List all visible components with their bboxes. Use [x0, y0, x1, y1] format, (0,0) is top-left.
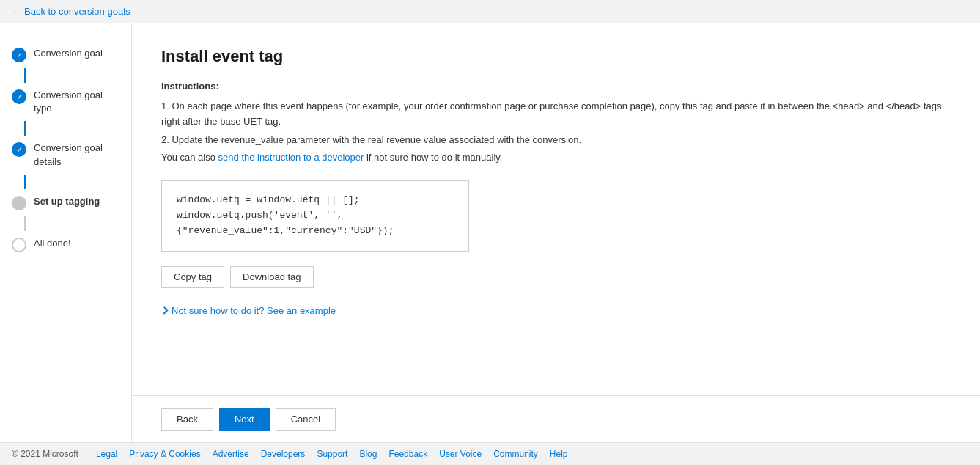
sidebar-item-conversion-goal-details: ✓ Conversion goal details	[0, 136, 131, 174]
arrow-left-icon: ←	[12, 6, 21, 17]
tag-buttons: Copy tag Download tag	[161, 266, 951, 288]
action-bar: Back Next Cancel	[132, 395, 980, 442]
expand-link-text: Not sure how to do it? See an example	[172, 305, 336, 316]
step2-icon: ✓	[12, 89, 26, 104]
footer-link-help[interactable]: Help	[550, 449, 568, 459]
footer-link-blog[interactable]: Blog	[359, 449, 377, 459]
send-instruction-link[interactable]: send the instruction to a developer	[218, 152, 364, 163]
instruction2: 2. Update the revenue_value parameter wi…	[161, 133, 951, 148]
step1-icon: ✓	[12, 48, 26, 62]
not-sure-link[interactable]: Not sure how to do it? See an example	[161, 305, 951, 316]
sidebar: ✓ Conversion goal ✓ Conversion goal type…	[0, 23, 132, 442]
sidebar-item-all-done: All done!	[0, 231, 131, 258]
footer-link-support[interactable]: Support	[317, 449, 347, 459]
step4-label: Set up tagging	[34, 195, 100, 208]
code-line2: window.uetq.push('event', '', {"revenue_…	[177, 208, 454, 239]
code-box: window.uetq = window.uetq || []; window.…	[161, 180, 469, 251]
step5-icon	[12, 238, 26, 252]
footer-link-developers[interactable]: Developers	[261, 449, 306, 459]
footer-link-feedback[interactable]: Feedback	[388, 449, 427, 459]
sidebar-item-conversion-goal: ✓ Conversion goal	[0, 41, 131, 68]
content-area: Install event tag Instructions: 1. On ea…	[132, 23, 980, 442]
step-connector-4	[24, 216, 26, 231]
step3-label: Conversion goal details	[34, 142, 119, 168]
page-title: Install event tag	[161, 47, 951, 66]
code-line1: window.uetq = window.uetq || [];	[177, 193, 454, 208]
step-connector-2	[24, 121, 26, 136]
cancel-button[interactable]: Cancel	[276, 408, 336, 431]
step4-icon	[12, 196, 26, 210]
step-connector-1	[24, 68, 26, 83]
footer-link-legal[interactable]: Legal	[96, 449, 117, 459]
chevron-right-icon	[160, 306, 168, 314]
step3-icon: ✓	[12, 142, 26, 157]
copy-tag-button[interactable]: Copy tag	[161, 266, 224, 288]
next-button[interactable]: Next	[219, 408, 270, 431]
back-to-conversion-goals-link[interactable]: ← Back to conversion goals	[12, 6, 130, 17]
step2-label: Conversion goal type	[34, 89, 119, 115]
footer: © 2021 Microsoft Legal Privacy & Cookies…	[0, 442, 980, 465]
step5-label: All done!	[34, 237, 71, 250]
download-tag-button[interactable]: Download tag	[230, 266, 314, 288]
step-connector-3	[24, 175, 26, 189]
content-scroll: Install event tag Instructions: 1. On ea…	[132, 23, 980, 395]
step1-label: Conversion goal	[34, 47, 103, 60]
instruction1: 1. On each page where this event happens…	[161, 99, 951, 130]
copyright: © 2021 Microsoft	[12, 449, 78, 459]
top-bar: ← Back to conversion goals	[0, 0, 980, 23]
instructions-label: Instructions:	[161, 81, 951, 92]
sidebar-item-set-up-tagging: Set up tagging	[0, 189, 131, 216]
main-layout: ✓ Conversion goal ✓ Conversion goal type…	[0, 23, 980, 442]
back-button[interactable]: Back	[161, 408, 213, 431]
footer-link-community[interactable]: Community	[493, 449, 538, 459]
instruction3: You can also send the instruction to a d…	[161, 150, 951, 166]
footer-link-privacy[interactable]: Privacy & Cookies	[129, 449, 200, 459]
sidebar-item-conversion-goal-type: ✓ Conversion goal type	[0, 83, 131, 121]
footer-link-user-voice[interactable]: User Voice	[439, 449, 482, 459]
footer-link-advertise[interactable]: Advertise	[213, 449, 249, 459]
